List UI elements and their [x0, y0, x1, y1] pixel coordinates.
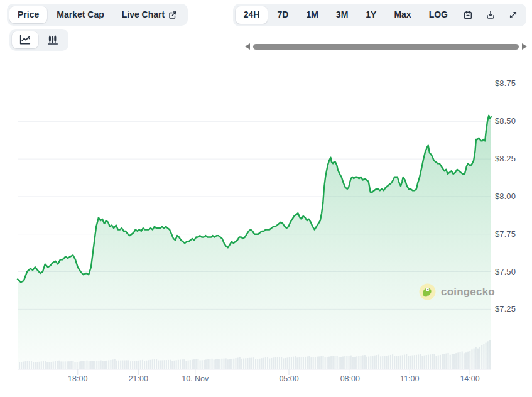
y-axis-label: $8.00: [495, 192, 530, 201]
coingecko-watermark: coingecko: [419, 283, 495, 300]
y-axis-label: $8.75: [495, 79, 530, 88]
price-chart-canvas: [0, 0, 532, 397]
x-axis-label: 05:00: [266, 374, 312, 383]
y-axis-label: $8.25: [495, 154, 530, 163]
y-axis-label: $7.75: [495, 229, 530, 239]
y-axis-label: $7.50: [495, 267, 530, 276]
y-axis-label: $8.50: [495, 116, 530, 126]
x-axis-label: 18:00: [55, 374, 100, 383]
x-axis-label: 10. Nov: [173, 374, 218, 383]
price-chart[interactable]: $8.75$8.50$8.25$8.00$7.75$7.50$7.2518:00…: [0, 57, 532, 397]
x-axis-label: 11:00: [387, 374, 432, 383]
y-axis-label: $7.25: [495, 304, 530, 313]
x-axis-label: 21:00: [116, 374, 161, 383]
x-axis-label: 14:00: [447, 374, 492, 383]
watermark-text: coingecko: [441, 286, 495, 298]
x-axis-label: 08:00: [327, 374, 372, 383]
gecko-logo-icon: [419, 283, 436, 300]
